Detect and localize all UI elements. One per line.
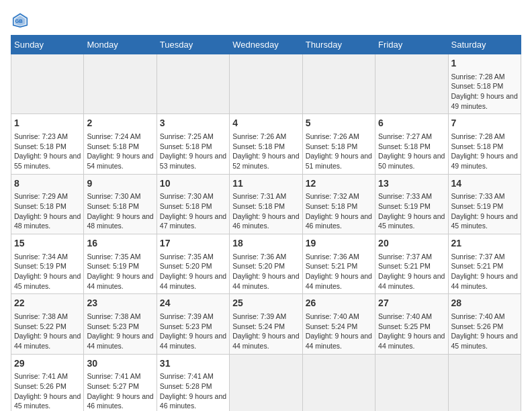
calendar-cell: [230, 354, 302, 411]
day-number: 10: [160, 177, 226, 191]
day-number: 3: [160, 117, 226, 130]
day-number: 1: [451, 57, 518, 71]
calendar-cell: [302, 354, 375, 411]
day-info: Sunrise: 7:36 AMSunset: 5:21 PMDaylight:…: [306, 252, 372, 291]
day-info: Sunrise: 7:31 AMSunset: 5:18 PMDaylight:…: [232, 191, 299, 231]
day-info: Sunrise: 7:35 AMSunset: 5:20 PMDaylight:…: [160, 252, 226, 291]
svg-text:GB: GB: [15, 18, 24, 24]
day-info: Sunrise: 7:33 AMSunset: 5:19 PMDaylight:…: [451, 191, 518, 231]
day-info: Sunrise: 7:33 AMSunset: 5:19 PMDaylight:…: [378, 191, 445, 231]
day-info: Sunrise: 7:23 AMSunset: 5:18 PMDaylight:…: [14, 132, 81, 171]
week-row-3: 8Sunrise: 7:29 AMSunset: 5:18 PMDaylight…: [11, 174, 521, 234]
day-info: Sunrise: 7:41 AMSunset: 5:27 PMDaylight:…: [87, 371, 153, 411]
day-number: 12: [306, 177, 372, 191]
day-info: Sunrise: 7:25 AMSunset: 5:18 PMDaylight:…: [160, 132, 226, 171]
day-info: Sunrise: 7:38 AMSunset: 5:22 PMDaylight:…: [14, 312, 81, 351]
day-info: Sunrise: 7:41 AMSunset: 5:26 PMDaylight:…: [14, 371, 81, 411]
calendar-cell: 14Sunrise: 7:33 AMSunset: 5:19 PMDayligh…: [448, 174, 521, 234]
calendar-cell: 11Sunrise: 7:31 AMSunset: 5:18 PMDayligh…: [230, 174, 302, 234]
calendar-cell: [230, 54, 302, 114]
calendar-table: SundayMondayTuesdayWednesdayThursdayFrid…: [11, 35, 521, 411]
calendar-cell: 10Sunrise: 7:30 AMSunset: 5:18 PMDayligh…: [157, 174, 229, 234]
calendar-cell: 12Sunrise: 7:32 AMSunset: 5:18 PMDayligh…: [302, 174, 375, 234]
day-number: 1: [14, 117, 81, 130]
calendar-cell: 1Sunrise: 7:23 AMSunset: 5:18 PMDaylight…: [11, 114, 84, 174]
day-number: 6: [378, 117, 445, 130]
day-number: 13: [378, 177, 445, 191]
day-header-wednesday: Wednesday: [230, 36, 302, 54]
calendar-cell: [375, 354, 448, 411]
day-number: 17: [160, 237, 226, 250]
day-info: Sunrise: 7:28 AMSunset: 5:18 PMDaylight:…: [451, 72, 518, 111]
calendar-cell: 16Sunrise: 7:35 AMSunset: 5:19 PMDayligh…: [84, 234, 157, 294]
logo: GB: [11, 11, 32, 30]
calendar-cell: 30Sunrise: 7:41 AMSunset: 5:27 PMDayligh…: [84, 354, 157, 411]
calendar-cell: 31Sunrise: 7:41 AMSunset: 5:28 PMDayligh…: [157, 354, 229, 411]
day-info: Sunrise: 7:39 AMSunset: 5:23 PMDaylight:…: [160, 312, 226, 351]
day-number: 7: [451, 117, 518, 130]
calendar-cell: 15Sunrise: 7:34 AMSunset: 5:19 PMDayligh…: [11, 234, 84, 294]
day-number: 27: [378, 297, 445, 310]
day-of-week-row: SundayMondayTuesdayWednesdayThursdayFrid…: [11, 36, 521, 54]
calendar-cell: [448, 354, 521, 411]
week-row-4: 15Sunrise: 7:34 AMSunset: 5:19 PMDayligh…: [11, 234, 521, 294]
calendar-cell: 28Sunrise: 7:40 AMSunset: 5:26 PMDayligh…: [448, 294, 521, 354]
calendar-cell: 22Sunrise: 7:38 AMSunset: 5:22 PMDayligh…: [11, 294, 84, 354]
day-number: 5: [306, 117, 372, 130]
calendar-cell: 20Sunrise: 7:37 AMSunset: 5:21 PMDayligh…: [375, 234, 448, 294]
calendar-cell: [11, 54, 84, 114]
day-header-saturday: Saturday: [448, 36, 521, 54]
day-header-friday: Friday: [375, 36, 448, 54]
calendar-cell: 18Sunrise: 7:36 AMSunset: 5:20 PMDayligh…: [230, 234, 302, 294]
day-number: 31: [160, 357, 226, 371]
week-row-1: 1Sunrise: 7:28 AMSunset: 5:18 PMDaylight…: [11, 54, 521, 114]
day-number: 25: [232, 297, 299, 310]
calendar-cell: 26Sunrise: 7:40 AMSunset: 5:24 PMDayligh…: [302, 294, 375, 354]
calendar-cell: 13Sunrise: 7:33 AMSunset: 5:19 PMDayligh…: [375, 174, 448, 234]
day-number: 26: [306, 297, 372, 310]
logo-icon: GB: [11, 11, 30, 30]
day-header-sunday: Sunday: [11, 36, 84, 54]
day-info: Sunrise: 7:34 AMSunset: 5:19 PMDaylight:…: [14, 252, 81, 291]
day-number: 16: [87, 237, 153, 250]
calendar-cell: 4Sunrise: 7:26 AMSunset: 5:18 PMDaylight…: [230, 114, 302, 174]
calendar-cell: [302, 54, 375, 114]
calendar-cell: 7Sunrise: 7:28 AMSunset: 5:18 PMDaylight…: [448, 114, 521, 174]
calendar-cell: [157, 54, 229, 114]
header: GB: [11, 11, 521, 30]
day-info: Sunrise: 7:39 AMSunset: 5:24 PMDaylight:…: [232, 312, 299, 351]
day-info: Sunrise: 7:30 AMSunset: 5:18 PMDaylight:…: [87, 191, 153, 231]
day-number: 24: [160, 297, 226, 310]
day-number: 30: [87, 357, 153, 371]
day-header-monday: Monday: [84, 36, 157, 54]
day-number: 11: [232, 177, 299, 191]
calendar-cell: 23Sunrise: 7:38 AMSunset: 5:23 PMDayligh…: [84, 294, 157, 354]
day-info: Sunrise: 7:27 AMSunset: 5:18 PMDaylight:…: [378, 132, 445, 171]
calendar-cell: 27Sunrise: 7:40 AMSunset: 5:25 PMDayligh…: [375, 294, 448, 354]
day-number: 22: [14, 297, 81, 310]
calendar-cell: 8Sunrise: 7:29 AMSunset: 5:18 PMDaylight…: [11, 174, 84, 234]
day-info: Sunrise: 7:37 AMSunset: 5:21 PMDaylight:…: [378, 252, 445, 291]
day-header-thursday: Thursday: [302, 36, 375, 54]
day-number: 20: [378, 237, 445, 250]
day-number: 23: [87, 297, 153, 310]
calendar-cell: 2Sunrise: 7:24 AMSunset: 5:18 PMDaylight…: [84, 114, 157, 174]
day-info: Sunrise: 7:26 AMSunset: 5:18 PMDaylight:…: [232, 132, 299, 171]
day-info: Sunrise: 7:24 AMSunset: 5:18 PMDaylight:…: [87, 132, 153, 171]
day-info: Sunrise: 7:40 AMSunset: 5:24 PMDaylight:…: [306, 312, 372, 351]
calendar-cell: 6Sunrise: 7:27 AMSunset: 5:18 PMDaylight…: [375, 114, 448, 174]
day-info: Sunrise: 7:28 AMSunset: 5:18 PMDaylight:…: [451, 132, 518, 171]
calendar-cell: 3Sunrise: 7:25 AMSunset: 5:18 PMDaylight…: [157, 114, 229, 174]
calendar-cell: 24Sunrise: 7:39 AMSunset: 5:23 PMDayligh…: [157, 294, 229, 354]
calendar-cell: [375, 54, 448, 114]
day-header-tuesday: Tuesday: [157, 36, 229, 54]
day-info: Sunrise: 7:36 AMSunset: 5:20 PMDaylight:…: [232, 252, 299, 291]
day-info: Sunrise: 7:29 AMSunset: 5:18 PMDaylight:…: [14, 191, 81, 231]
day-number: 4: [232, 117, 299, 130]
day-number: 19: [306, 237, 372, 250]
calendar-cell: [84, 54, 157, 114]
calendar-cell: 5Sunrise: 7:26 AMSunset: 5:18 PMDaylight…: [302, 114, 375, 174]
calendar-cell: 9Sunrise: 7:30 AMSunset: 5:18 PMDaylight…: [84, 174, 157, 234]
day-info: Sunrise: 7:26 AMSunset: 5:18 PMDaylight:…: [306, 132, 372, 171]
day-number: 8: [14, 177, 81, 191]
